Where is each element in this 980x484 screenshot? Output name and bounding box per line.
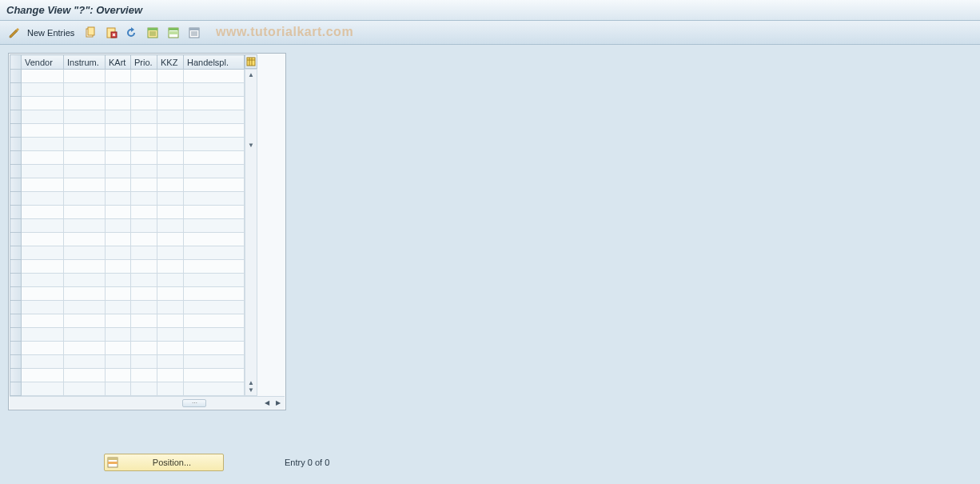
row-selector[interactable]: [10, 151, 22, 165]
table-cell[interactable]: [106, 287, 131, 301]
table-cell[interactable]: [106, 260, 131, 274]
position-button[interactable]: Position...: [104, 454, 224, 471]
table-cell[interactable]: [131, 274, 157, 287]
table-cell[interactable]: [131, 369, 157, 382]
table-cell[interactable]: [131, 192, 157, 206]
table-row[interactable]: [10, 178, 245, 192]
table-row[interactable]: [10, 328, 245, 342]
row-selector[interactable]: [10, 110, 22, 124]
row-selector[interactable]: [10, 274, 22, 287]
table-cell[interactable]: [22, 301, 64, 314]
table-cell[interactable]: [184, 301, 245, 314]
row-selector[interactable]: [10, 219, 22, 233]
table-cell[interactable]: [131, 110, 157, 124]
row-selector[interactable]: [10, 138, 22, 151]
table-cell[interactable]: [64, 328, 106, 342]
table-cell[interactable]: [106, 355, 131, 369]
table-cell[interactable]: [22, 342, 64, 355]
table-cell[interactable]: [131, 124, 157, 138]
table-cell[interactable]: [157, 301, 184, 314]
row-selector[interactable]: [10, 165, 22, 178]
table-row[interactable]: [10, 233, 245, 246]
table-cell[interactable]: [184, 70, 245, 83]
table-row[interactable]: [10, 70, 245, 83]
table-cell[interactable]: [184, 246, 245, 260]
scroll-up-bottom-icon[interactable]: ▲: [248, 379, 254, 386]
table-cell[interactable]: [131, 260, 157, 274]
row-selector[interactable]: [10, 83, 22, 97]
table-cell[interactable]: [64, 369, 106, 382]
table-cell[interactable]: [157, 246, 184, 260]
table-cell[interactable]: [22, 219, 64, 233]
row-selector[interactable]: [10, 355, 22, 369]
table-cell[interactable]: [64, 301, 106, 314]
table-cell[interactable]: [184, 165, 245, 178]
table-row[interactable]: [10, 83, 245, 97]
table-cell[interactable]: [22, 192, 64, 206]
table-cell[interactable]: [157, 314, 184, 328]
table-cell[interactable]: [106, 342, 131, 355]
table-cell[interactable]: [157, 369, 184, 382]
table-cell[interactable]: [131, 151, 157, 165]
table-cell[interactable]: [64, 138, 106, 151]
table-cell[interactable]: [64, 97, 106, 110]
table-cell[interactable]: [106, 219, 131, 233]
table-cell[interactable]: [131, 382, 157, 396]
table-cell[interactable]: [131, 342, 157, 355]
undo-button[interactable]: [124, 25, 140, 41]
table-row[interactable]: [10, 219, 245, 233]
row-selector[interactable]: [10, 192, 22, 206]
table-cell[interactable]: [106, 369, 131, 382]
table-cell[interactable]: [157, 165, 184, 178]
table-cell[interactable]: [157, 274, 184, 287]
row-selector[interactable]: [10, 260, 22, 274]
table-cell[interactable]: [157, 382, 184, 396]
table-cell[interactable]: [64, 192, 106, 206]
table-cell[interactable]: [106, 192, 131, 206]
table-row[interactable]: [10, 192, 245, 206]
row-selector[interactable]: [10, 314, 22, 328]
table-cell[interactable]: [106, 110, 131, 124]
table-cell[interactable]: [184, 382, 245, 396]
table-cell[interactable]: [22, 274, 64, 287]
table-cell[interactable]: [157, 70, 184, 83]
table-cell[interactable]: [106, 97, 131, 110]
table-cell[interactable]: [64, 274, 106, 287]
scroll-down-icon[interactable]: ▼: [248, 386, 254, 394]
table-cell[interactable]: [22, 287, 64, 301]
table-cell[interactable]: [22, 260, 64, 274]
table-cell[interactable]: [131, 206, 157, 219]
delete-button[interactable]: [103, 25, 119, 41]
table-row[interactable]: [10, 301, 245, 314]
table-cell[interactable]: [184, 233, 245, 246]
table-cell[interactable]: [157, 124, 184, 138]
col-header-kart[interactable]: KArt: [106, 55, 131, 70]
table-cell[interactable]: [22, 314, 64, 328]
table-cell[interactable]: [64, 382, 106, 396]
table-cell[interactable]: [184, 219, 245, 233]
table-cell[interactable]: [157, 219, 184, 233]
table-cell[interactable]: [106, 206, 131, 219]
edit-button[interactable]: [6, 25, 22, 41]
table-cell[interactable]: [106, 124, 131, 138]
table-row[interactable]: [10, 151, 245, 165]
table-cell[interactable]: [184, 110, 245, 124]
table-row[interactable]: [10, 110, 245, 124]
table-cell[interactable]: [64, 342, 106, 355]
table-cell[interactable]: [64, 355, 106, 369]
table-cell[interactable]: [131, 70, 157, 83]
table-cell[interactable]: [64, 165, 106, 178]
table-cell[interactable]: [157, 355, 184, 369]
table-cell[interactable]: [131, 165, 157, 178]
table-cell[interactable]: [64, 110, 106, 124]
table-cell[interactable]: [131, 138, 157, 151]
table-cell[interactable]: [22, 97, 64, 110]
table-cell[interactable]: [184, 192, 245, 206]
hscroll-track[interactable]: ⋯: [22, 398, 262, 409]
table-cell[interactable]: [157, 342, 184, 355]
table-row[interactable]: [10, 355, 245, 369]
scroll-up-icon[interactable]: ▲: [248, 71, 254, 78]
table-row[interactable]: [10, 287, 245, 301]
table-cell[interactable]: [157, 110, 184, 124]
scroll-left-icon[interactable]: ◀: [262, 399, 272, 406]
